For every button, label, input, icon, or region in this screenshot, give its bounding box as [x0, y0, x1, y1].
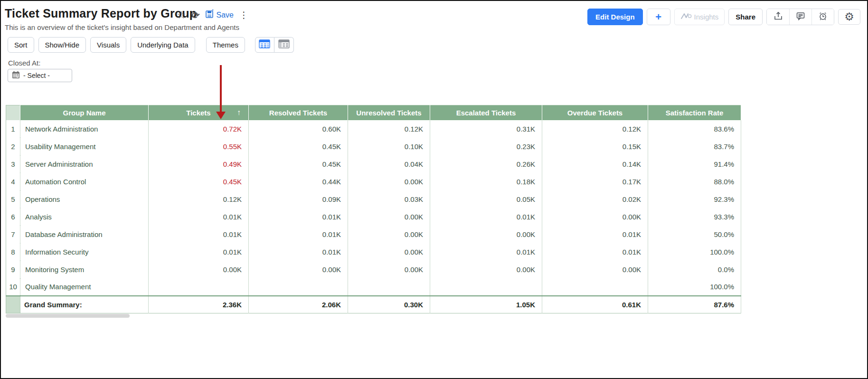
overdue-cell[interactable]: [542, 278, 648, 296]
closed-at-select[interactable]: - Select -: [8, 69, 72, 82]
overdue-cell[interactable]: 0.01K: [542, 226, 648, 243]
overdue-cell[interactable]: 0.14K: [542, 155, 648, 173]
group-name-cell[interactable]: Automation Control: [20, 173, 149, 190]
edit-design-button[interactable]: Edit Design: [587, 9, 643, 25]
escalated-cell[interactable]: 0.26K: [430, 155, 542, 173]
resolved-cell[interactable]: 0.09K: [249, 190, 348, 208]
satisfaction-cell[interactable]: 83.7%: [648, 138, 741, 155]
save-button[interactable]: * Save: [206, 9, 234, 20]
column-header-escalated-tickets[interactable]: Escalated Tickets: [430, 105, 542, 120]
alarm-button[interactable]: [811, 9, 834, 25]
group-name-cell[interactable]: Database Administration: [20, 226, 149, 243]
visuals-button[interactable]: Visuals: [90, 37, 126, 53]
themes-button[interactable]: Themes: [206, 37, 245, 53]
tickets-cell[interactable]: [149, 278, 249, 296]
tickets-cell[interactable]: 0.55K: [149, 138, 249, 155]
tickets-cell[interactable]: 0.01K: [149, 208, 249, 226]
insights-button[interactable]: Insights: [674, 9, 725, 25]
comment-button[interactable]: [789, 9, 811, 25]
tickets-cell[interactable]: 0.01K: [149, 226, 249, 243]
filter-label: Closed At:: [8, 59, 40, 67]
overdue-cell[interactable]: 0.17K: [542, 173, 648, 190]
escalated-cell[interactable]: 0.01K: [430, 208, 542, 226]
escalated-cell[interactable]: 0.31K: [430, 120, 542, 138]
resolved-cell[interactable]: 0.00K: [249, 261, 348, 278]
escalated-cell[interactable]: 0.01K: [430, 243, 542, 261]
group-name-cell[interactable]: Quality Management: [20, 278, 149, 296]
overdue-cell[interactable]: 0.02K: [542, 190, 648, 208]
escalated-cell[interactable]: 0.23K: [430, 138, 542, 155]
unresolved-cell[interactable]: 0.04K: [348, 155, 430, 173]
overdue-cell[interactable]: 0.00K: [542, 261, 648, 278]
add-button[interactable]: +: [647, 9, 670, 25]
table-row: 1Network Administration0.72K0.60K0.12K0.…: [6, 120, 741, 138]
escalated-cell[interactable]: [430, 278, 542, 296]
column-header-resolved-tickets[interactable]: Resolved Tickets: [249, 105, 348, 120]
settings-button[interactable]: ⚙: [838, 9, 860, 25]
satisfaction-cell[interactable]: 88.0%: [648, 173, 741, 190]
column-header-tickets[interactable]: Tickets↑: [149, 105, 249, 120]
sort-button[interactable]: Sort: [8, 37, 34, 53]
group-name-cell[interactable]: Information Security: [20, 243, 149, 261]
kebab-menu-icon[interactable]: ⋮: [239, 10, 248, 19]
tickets-cell[interactable]: 0.12K: [149, 190, 249, 208]
resolved-cell[interactable]: 0.01K: [249, 208, 348, 226]
resolved-cell[interactable]: 0.45K: [249, 138, 348, 155]
unresolved-cell[interactable]: 0.12K: [348, 120, 430, 138]
escalated-cell[interactable]: 0.00K: [430, 261, 542, 278]
tickets-cell[interactable]: 0.45K: [149, 173, 249, 190]
unresolved-cell[interactable]: 0.00K: [348, 173, 430, 190]
satisfaction-cell[interactable]: 91.4%: [648, 155, 741, 173]
satisfaction-cell[interactable]: 0.0%: [648, 261, 741, 278]
satisfaction-cell[interactable]: 92.3%: [648, 190, 741, 208]
star-icon[interactable]: ☆: [177, 10, 186, 20]
resolved-cell[interactable]: 0.01K: [249, 226, 348, 243]
unresolved-cell[interactable]: [348, 278, 430, 296]
unresolved-cell[interactable]: 0.00K: [348, 208, 430, 226]
refresh-icon[interactable]: ⟳: [192, 10, 200, 20]
column-header-satisfaction-rate[interactable]: Satisfaction Rate: [648, 105, 741, 120]
resolved-cell[interactable]: 0.45K: [249, 155, 348, 173]
unresolved-cell[interactable]: 0.00K: [348, 226, 430, 243]
resolved-cell[interactable]: 0.44K: [249, 173, 348, 190]
satisfaction-cell[interactable]: 100.0%: [648, 243, 741, 261]
underlying-data-button[interactable]: Underlying Data: [131, 37, 195, 53]
unresolved-cell[interactable]: 0.00K: [348, 243, 430, 261]
unresolved-cell[interactable]: 0.10K: [348, 138, 430, 155]
show-hide-button[interactable]: Show/Hide: [38, 37, 86, 53]
group-name-cell[interactable]: Server Administration: [20, 155, 149, 173]
tickets-cell[interactable]: 0.00K: [149, 261, 249, 278]
column-header-overdue-tickets[interactable]: Overdue Tickets: [542, 105, 648, 120]
tickets-cell[interactable]: 0.72K: [149, 120, 249, 138]
overdue-cell[interactable]: 0.15K: [542, 138, 648, 155]
satisfaction-cell[interactable]: 100.0%: [648, 278, 741, 296]
satisfaction-cell[interactable]: 83.6%: [648, 120, 741, 138]
satisfaction-cell[interactable]: 93.3%: [648, 208, 741, 226]
horizontal-scrollbar[interactable]: [6, 314, 130, 318]
unresolved-cell[interactable]: 0.03K: [348, 190, 430, 208]
escalated-cell[interactable]: 0.00K: [430, 226, 542, 243]
group-name-cell[interactable]: Operations: [20, 190, 149, 208]
table-view-button[interactable]: [255, 37, 274, 53]
group-name-cell[interactable]: Usability Management: [20, 138, 149, 155]
column-header-unresolved-tickets[interactable]: Unresolved Tickets: [348, 105, 430, 120]
tickets-cell[interactable]: 0.49K: [149, 155, 249, 173]
column-header-group-name[interactable]: Group Name: [20, 105, 149, 120]
overdue-cell[interactable]: 0.00K: [542, 208, 648, 226]
export-button[interactable]: [767, 9, 789, 25]
pivot-view-button[interactable]: [274, 37, 294, 53]
share-button[interactable]: Share: [728, 9, 763, 25]
tickets-cell[interactable]: 0.01K: [149, 243, 249, 261]
resolved-cell[interactable]: 0.60K: [249, 120, 348, 138]
escalated-cell[interactable]: 0.18K: [430, 173, 542, 190]
resolved-cell[interactable]: [249, 278, 348, 296]
escalated-cell[interactable]: 0.05K: [430, 190, 542, 208]
satisfaction-cell[interactable]: 50.0%: [648, 226, 741, 243]
unresolved-cell[interactable]: 0.00K: [348, 261, 430, 278]
group-name-cell[interactable]: Network Administration: [20, 120, 149, 138]
group-name-cell[interactable]: Analysis: [20, 208, 149, 226]
overdue-cell[interactable]: 0.12K: [542, 120, 648, 138]
overdue-cell[interactable]: 0.01K: [542, 243, 648, 261]
resolved-cell[interactable]: 0.01K: [249, 243, 348, 261]
group-name-cell[interactable]: Monitoring System: [20, 261, 149, 278]
